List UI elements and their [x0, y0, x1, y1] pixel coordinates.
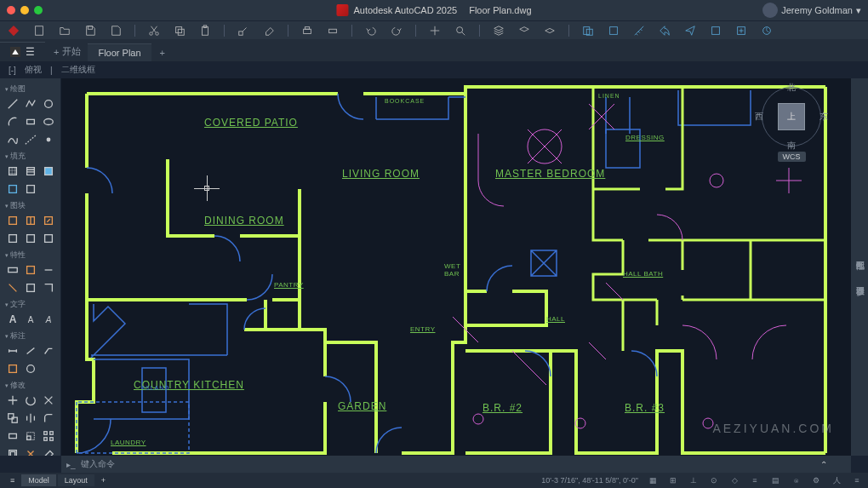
polar-toggle-icon[interactable]: ⊙ [708, 474, 720, 486]
add-layout-icon[interactable]: + [96, 474, 111, 486]
insert-tool[interactable] [5, 213, 20, 228]
tabs-menu-icon[interactable]: ≡ [5, 474, 20, 486]
arc-tool[interactable] [5, 114, 20, 129]
transparency-icon[interactable]: ▤ [769, 474, 781, 486]
section-block[interactable]: 图块 [5, 200, 55, 211]
block-icon[interactable] [607, 24, 620, 37]
rotate-tool[interactable] [23, 393, 38, 408]
redo-icon[interactable] [390, 24, 403, 37]
erase-icon[interactable] [262, 24, 276, 37]
count-icon[interactable] [760, 24, 774, 37]
circle-tool[interactable] [41, 96, 56, 112]
trace-icon[interactable] [709, 24, 722, 37]
stretch-tool[interactable] [5, 428, 20, 444]
start-tab[interactable]: ☰ [0, 42, 45, 61]
saveas-icon[interactable] [109, 24, 123, 37]
mirror-tool[interactable] [23, 410, 38, 426]
ellipse-tool[interactable] [41, 114, 56, 129]
open-icon[interactable] [58, 24, 71, 37]
polyline-tool[interactable] [23, 96, 38, 112]
xref-icon[interactable] [581, 24, 595, 37]
viewcube[interactable]: 上 北 南 东 西 WCS [757, 87, 825, 189]
boundary-tool[interactable] [5, 181, 20, 197]
linear-dim-tool[interactable] [5, 343, 20, 359]
layers-icon[interactable] [517, 24, 531, 37]
table-tool[interactable] [5, 361, 20, 376]
wcs-label[interactable]: WCS [778, 152, 806, 162]
plot-icon[interactable] [300, 24, 314, 37]
text-style-tool[interactable]: A [41, 312, 56, 327]
point-tool[interactable] [41, 132, 56, 147]
xline-tool[interactable] [23, 132, 38, 147]
prop-tool2[interactable] [23, 262, 38, 278]
cut-icon[interactable] [147, 24, 161, 37]
model-tab[interactable]: Model [21, 474, 56, 486]
offset-tool[interactable] [5, 446, 20, 456]
section-fill[interactable]: 填充 [5, 151, 55, 162]
minimize-button[interactable] [20, 6, 29, 14]
viewcube-top[interactable]: 上 [778, 103, 805, 130]
attribute-tool[interactable] [5, 231, 20, 246]
drawing-canvas[interactable]: COVERED PATIO LIVING ROOM MASTER BEDROOM… [61, 78, 851, 456]
text-tool[interactable]: A [23, 312, 38, 327]
mtext-tool[interactable]: A [5, 312, 20, 327]
print-icon[interactable] [326, 24, 340, 37]
view-label-1[interactable]: 俯视 [25, 64, 42, 76]
section-text[interactable]: 文字 [5, 299, 55, 310]
ortho-toggle-icon[interactable]: ⊥ [688, 474, 700, 486]
expand-icon[interactable]: ⌃ [820, 460, 827, 469]
new-tab-button[interactable]: + [153, 44, 172, 61]
erase-tool[interactable] [41, 446, 56, 456]
gradient-tool[interactable] [41, 164, 56, 179]
section-dim[interactable]: 标注 [5, 330, 55, 342]
region-tool[interactable] [23, 181, 38, 197]
prop-tool6[interactable] [41, 280, 56, 296]
rectangle-tool[interactable] [23, 114, 38, 129]
create-block-tool[interactable] [23, 213, 38, 228]
layer-icon[interactable] [492, 24, 505, 37]
wblock-tool[interactable] [41, 231, 56, 246]
paste-icon[interactable] [198, 24, 212, 37]
aligned-dim-tool[interactable] [23, 343, 38, 359]
start-label[interactable]: +开始 [47, 42, 88, 61]
center-tool[interactable] [23, 361, 38, 376]
copy-icon[interactable] [173, 24, 186, 37]
app-menu-icon[interactable] [7, 24, 20, 37]
trim-tool[interactable] [41, 393, 56, 408]
layerprev-icon[interactable] [543, 24, 557, 37]
section-prop[interactable]: 特性 [5, 250, 55, 261]
prop-tool4[interactable] [5, 280, 20, 296]
prop-tool3[interactable] [41, 262, 56, 278]
lineweight-icon[interactable]: ≡ [749, 474, 761, 486]
customize-icon[interactable]: ≡ [851, 474, 863, 486]
fillet-tool[interactable] [41, 410, 56, 426]
edit-block-tool[interactable] [41, 213, 56, 228]
array-tool[interactable] [41, 428, 56, 444]
share-icon[interactable] [658, 24, 671, 37]
pan-icon[interactable] [428, 24, 442, 37]
send-icon[interactable] [683, 24, 697, 37]
hatch2-tool[interactable] [23, 164, 38, 179]
section-draw[interactable]: 绘图 [5, 83, 55, 95]
attribute2-tool[interactable] [23, 231, 38, 246]
annotation-icon[interactable]: ⍟ [790, 474, 802, 486]
annotation-scale-icon[interactable]: 人 [831, 474, 842, 486]
measure-icon[interactable] [632, 24, 646, 37]
save-icon[interactable] [83, 24, 97, 37]
move-tool[interactable] [5, 393, 20, 408]
grid-toggle-icon[interactable]: ▦ [647, 474, 659, 486]
copy-tool[interactable] [5, 410, 20, 426]
explode-tool[interactable] [23, 446, 38, 456]
line-tool[interactable] [5, 96, 20, 112]
command-input[interactable]: 键入命令 [81, 458, 846, 470]
matchprop-icon[interactable] [237, 24, 250, 37]
snap-toggle-icon[interactable]: ⊞ [667, 474, 679, 486]
document-tab[interactable]: Floor Plan [88, 43, 151, 61]
layout-tab[interactable]: Layout [58, 474, 94, 486]
view-label-2[interactable]: 二维线框 [61, 64, 95, 76]
hatch-tool[interactable] [5, 164, 20, 179]
osnap-toggle-icon[interactable]: ◇ [728, 474, 740, 486]
publish-icon[interactable] [734, 24, 748, 37]
maximize-button[interactable] [34, 6, 43, 14]
undo-icon[interactable] [364, 24, 378, 37]
